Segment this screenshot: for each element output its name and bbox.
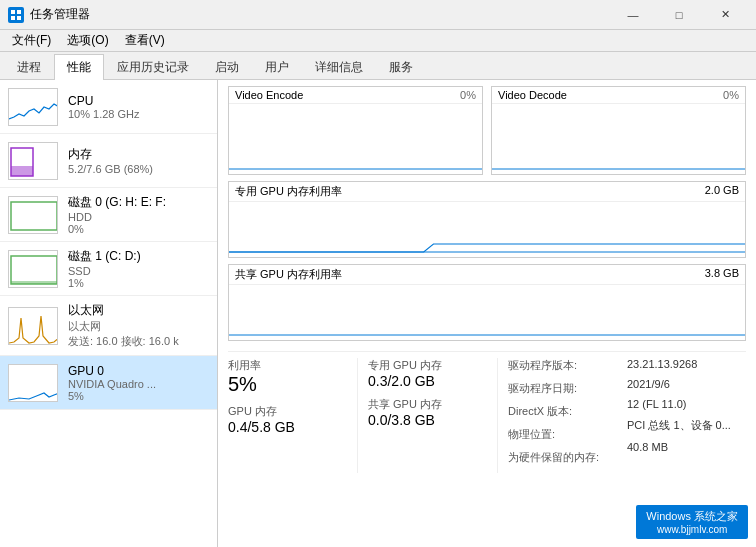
maximize-button[interactable]: □ — [656, 0, 702, 30]
stat-shared-gpu-mem-value: 0.0/3.8 GB — [368, 412, 487, 428]
disk1-chart — [8, 250, 58, 288]
gpu-shared-mem-header: 共享 GPU 内存利用率 3.8 GB — [229, 265, 745, 285]
stat-dedicated-mem-label: 专用 GPU 内存 — [368, 358, 487, 373]
disk1-label: 磁盘 1 (C: D:) — [68, 248, 209, 265]
tab-performance[interactable]: 性能 — [54, 54, 104, 80]
stat-gpu-mem-label: GPU 内存 — [228, 404, 347, 419]
gpu-dedicated-mem-header: 专用 GPU 内存利用率 2.0 GB — [229, 182, 745, 202]
stat-physical-loc-label: 物理位置: — [508, 427, 627, 442]
tab-startup[interactable]: 启动 — [202, 54, 252, 80]
sidebar-item-gpu0[interactable]: GPU 0 NVIDIA Quadro ...5% — [0, 356, 217, 410]
menu-view[interactable]: 查看(V) — [117, 30, 173, 51]
gpu-shared-mem-box: 共享 GPU 内存利用率 3.8 GB — [228, 264, 746, 341]
divider-1 — [357, 358, 358, 473]
video-decode-box: Video Decode 0% — [491, 86, 746, 175]
tab-services[interactable]: 服务 — [376, 54, 426, 80]
gpu-dedicated-mem-value: 2.0 GB — [705, 184, 739, 199]
gpu-shared-mem-chart — [229, 285, 745, 340]
video-encode-label: Video Encode — [235, 89, 303, 101]
tab-processes[interactable]: 进程 — [4, 54, 54, 80]
stat-driver-version-label: 驱动程序版本: — [508, 358, 627, 373]
watermark-url[interactable]: www.bjjmlv.com — [646, 524, 738, 535]
stat-directx-label-wrap: DirectX 版本: — [508, 404, 627, 419]
disk0-info: 磁盘 0 (G: H: E: F: HDD0% — [68, 194, 209, 235]
menu-options[interactable]: 选项(O) — [59, 30, 116, 51]
sidebar-item-disk1[interactable]: 磁盘 1 (C: D:) SSD1% — [0, 242, 217, 296]
sidebar-item-disk0[interactable]: 磁盘 0 (G: H: E: F: HDD0% — [0, 188, 217, 242]
tab-users[interactable]: 用户 — [252, 54, 302, 80]
watermark-text: Windows 系统之家 — [646, 510, 738, 522]
video-encode-value: 0% — [460, 89, 476, 101]
video-encode-header: Video Encode 0% — [229, 87, 482, 104]
stat-shared-gpu-mem-label: 共享 GPU 内存 — [368, 397, 487, 412]
app-icon — [8, 7, 24, 23]
cpu-info: CPU 10% 1.28 GHz — [68, 94, 209, 120]
disk0-sublabel: HDD0% — [68, 211, 209, 235]
cpu-sublabel: 10% 1.28 GHz — [68, 108, 209, 120]
video-charts-row: Video Encode 0% Video Decode 0% — [228, 86, 746, 175]
svg-rect-5 — [11, 166, 33, 176]
tab-bar: 进程 性能 应用历史记录 启动 用户 详细信息 服务 — [0, 52, 756, 80]
stat-utilization-label: 利用率 — [228, 358, 347, 373]
gpu0-label: GPU 0 — [68, 364, 209, 378]
stat-dedicated-mem: 专用 GPU 内存 0.3/2.0 GB — [368, 358, 487, 389]
gpu-shared-mem-label: 共享 GPU 内存利用率 — [235, 267, 342, 282]
video-decode-chart — [492, 104, 745, 174]
stat-driver-version-value-wrap: 23.21.13.9268 — [627, 358, 746, 370]
tab-app-history[interactable]: 应用历史记录 — [104, 54, 202, 80]
stat-reserved-mem-value: 40.8 MB — [627, 441, 746, 453]
svg-rect-3 — [17, 16, 21, 20]
svg-rect-2 — [11, 16, 15, 20]
tab-details[interactable]: 详细信息 — [302, 54, 376, 80]
gpu-shared-mem-value: 3.8 GB — [705, 267, 739, 282]
memory-sublabel: 5.2/7.6 GB (68%) — [68, 163, 209, 175]
stat-physical-loc-value: PCI 总线 1、设备 0... — [627, 418, 746, 433]
stats-row: 利用率 5% GPU 内存 0.4/5.8 GB 专用 GPU 内存 0.3/2… — [228, 351, 746, 473]
ethernet-info: 以太网 以太网发送: 16.0 接收: 16.0 k — [68, 302, 209, 349]
memory-info: 内存 5.2/7.6 GB (68%) — [68, 146, 209, 175]
stat-reserved-mem-label-wrap: 为硬件保留的内存: — [508, 450, 627, 465]
sidebar-item-memory[interactable]: 内存 5.2/7.6 GB (68%) — [0, 134, 217, 188]
stat-driver-version-label-wrap: 驱动程序版本: — [508, 358, 627, 373]
stat-directx-value: 12 (FL 11.0) — [627, 398, 746, 410]
sidebar-item-ethernet[interactable]: 以太网 以太网发送: 16.0 接收: 16.0 k — [0, 296, 217, 356]
svg-rect-0 — [11, 10, 15, 14]
gpu0-sublabel: NVIDIA Quadro ...5% — [68, 378, 209, 402]
stat-driver-version-value: 23.21.13.9268 — [627, 358, 746, 370]
svg-rect-1 — [17, 10, 21, 14]
disk1-sublabel: SSD1% — [68, 265, 209, 289]
ethernet-chart — [8, 307, 58, 345]
disk0-label: 磁盘 0 (G: H: E: F: — [68, 194, 209, 211]
svg-rect-8 — [11, 281, 57, 284]
right-panel: Video Encode 0% Video Decode 0% — [218, 80, 756, 547]
stats-right-values: 23.21.13.9268 2021/9/6 12 (FL 11.0) PCI … — [627, 358, 746, 473]
sidebar: CPU 10% 1.28 GHz 内存 5.2/7.6 GB (68%) — [0, 80, 218, 547]
menu-file[interactable]: 文件(F) — [4, 30, 59, 51]
minimize-button[interactable]: — — [610, 0, 656, 30]
ethernet-label: 以太网 — [68, 302, 209, 319]
gpu-dedicated-mem-chart — [229, 202, 745, 257]
stat-dedicated-mem-value: 0.3/2.0 GB — [368, 373, 487, 389]
stat-directx-label: DirectX 版本: — [508, 404, 627, 419]
disk0-chart — [8, 196, 58, 234]
sidebar-item-cpu[interactable]: CPU 10% 1.28 GHz — [0, 80, 217, 134]
stat-directx-value-wrap: 12 (FL 11.0) — [627, 398, 746, 410]
video-decode-value: 0% — [723, 89, 739, 101]
video-encode-box: Video Encode 0% — [228, 86, 483, 175]
close-button[interactable]: ✕ — [702, 0, 748, 30]
stat-physical-loc-value-wrap: PCI 总线 1、设备 0... — [627, 418, 746, 433]
title-bar: 任务管理器 — □ ✕ — [0, 0, 756, 30]
cpu-label: CPU — [68, 94, 209, 108]
stat-driver-date-value-wrap: 2021/9/6 — [627, 378, 746, 390]
gpu0-chart — [8, 364, 58, 402]
gpu-dedicated-mem-label: 专用 GPU 内存利用率 — [235, 184, 342, 199]
main-content: CPU 10% 1.28 GHz 内存 5.2/7.6 GB (68%) — [0, 80, 756, 547]
video-decode-header: Video Decode 0% — [492, 87, 745, 104]
stat-utilization-value: 5% — [228, 373, 347, 396]
memory-label: 内存 — [68, 146, 209, 163]
cpu-chart — [8, 88, 58, 126]
stat-gpu-mem: GPU 内存 0.4/5.8 GB — [228, 404, 347, 435]
stat-driver-date-value: 2021/9/6 — [627, 378, 746, 390]
stat-shared-gpu-mem: 共享 GPU 内存 0.0/3.8 GB — [368, 397, 487, 428]
video-encode-chart — [229, 104, 482, 174]
